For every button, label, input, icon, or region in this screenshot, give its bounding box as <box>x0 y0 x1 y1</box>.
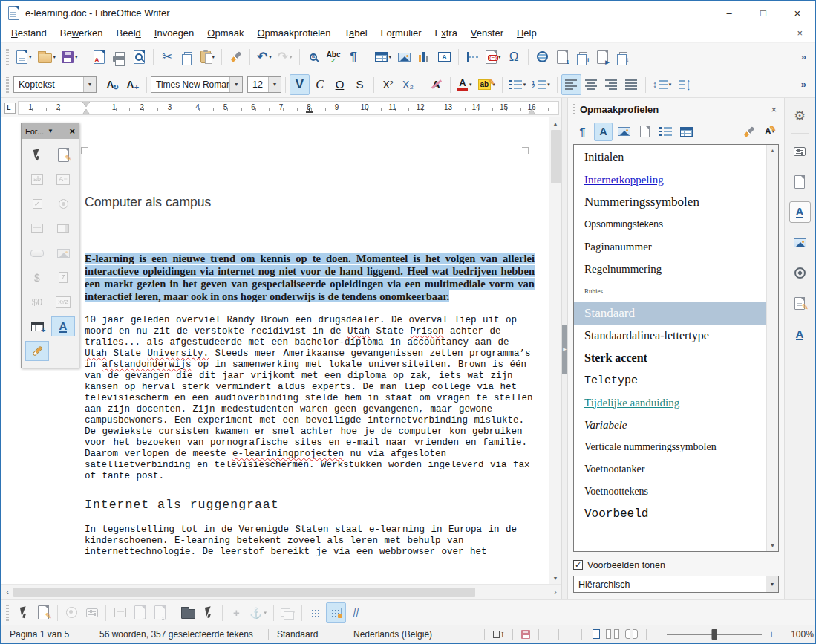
style-item-regelnummering[interactable]: Regelnummering <box>574 258 766 280</box>
print-button[interactable] <box>109 47 129 68</box>
menu-extra[interactable]: Extra <box>428 25 464 41</box>
style-item-voetnootanker[interactable]: Voetnootanker <box>574 458 766 481</box>
scroll-up-icon[interactable]: ▲ <box>549 117 561 129</box>
first-line-indent-marker[interactable] <box>82 102 90 107</box>
panel-grip[interactable] <box>573 104 575 114</box>
scroll-right-icon[interactable]: › <box>549 588 561 596</box>
justify-button[interactable] <box>621 74 642 95</box>
horizontal-ruler[interactable]: 2112345678910111213141516 <box>18 101 559 115</box>
fill-format-mode-button[interactable] <box>740 123 758 141</box>
menu-venster[interactable]: Venster <box>464 25 510 41</box>
form-formatted-field-button[interactable]: $ <box>25 267 49 287</box>
close-document-icon[interactable]: × <box>788 27 812 39</box>
insert-image-button[interactable] <box>394 47 414 68</box>
sidebar-tab-properties[interactable] <box>789 140 811 162</box>
dropdown-arrow[interactable]: ▾ <box>766 576 778 592</box>
splitter-handle[interactable]: ▶ <box>562 325 567 374</box>
style-item-teletype[interactable]: Teletype <box>574 369 766 391</box>
fd-position-size-button[interactable]: + <box>226 602 247 623</box>
menu-bewerken[interactable]: Bewerken <box>53 25 110 41</box>
fd-display-grid-button[interactable] <box>306 602 326 623</box>
style-item-variabele[interactable]: Variabele <box>574 414 766 436</box>
strikethrough-button[interactable]: S <box>350 74 370 95</box>
menu-beeld[interactable]: Beeld <box>110 25 148 41</box>
paragraph-spacing-button[interactable]: ↑↓ <box>674 74 694 95</box>
document-content[interactable]: Computer als campus E-learning is een ni… <box>85 117 535 558</box>
vertical-scrollbar[interactable]: ▲ ▼ <box>549 117 561 584</box>
vertical-scrollbar-thumb[interactable] <box>551 130 561 183</box>
style-item-voetnoottekens[interactable]: Voetnoottekens <box>574 481 766 503</box>
scroll-down-icon[interactable]: ▼ <box>770 543 775 548</box>
form-numeric-field-button[interactable]: 7 <box>51 267 75 287</box>
form-currency-field-button[interactable]: $0 <box>25 292 49 312</box>
page-style-status[interactable]: Standaard <box>269 625 345 643</box>
tab-stop-selector[interactable]: L <box>4 103 16 114</box>
highlight-color-button[interactable]: ab✎▾ <box>475 74 498 95</box>
fd-snap-to-grid-button[interactable] <box>326 602 346 623</box>
fd-form-navigator-button[interactable] <box>110 602 130 623</box>
zoom-in-icon[interactable]: + <box>768 628 774 640</box>
font-name-combobox[interactable]: Times New Roman▾ <box>151 76 243 93</box>
form-label-button[interactable]: A≡ <box>51 169 75 189</box>
find-replace-button[interactable]: a <box>304 47 324 68</box>
fd-helplines-button[interactable]: # <box>346 602 366 623</box>
underline-button[interactable]: O <box>330 74 350 95</box>
toolbar-grip[interactable] <box>6 49 9 65</box>
palette-menu-icon[interactable]: ▼ <box>48 128 53 134</box>
style-item-tijdelijke-aanduiding[interactable]: Tijdelijke aanduiding <box>574 391 766 414</box>
fd-auto-control-focus-button[interactable] <box>198 602 218 623</box>
style-item-paginanummer[interactable]: Paginanummer <box>574 235 766 258</box>
style-item-opsommingstekens[interactable]: Opsommingstekens <box>574 213 766 235</box>
styles-list-scrollbar[interactable]: ▲ ▼ <box>766 145 778 551</box>
sidebar-tab-styles[interactable]: A <box>789 201 811 223</box>
insert-chart-button[interactable] <box>414 47 434 68</box>
align-left-button[interactable] <box>561 74 581 95</box>
scroll-left-icon[interactable]: ‹ <box>1 588 13 596</box>
clone-formatting-button[interactable] <box>226 47 246 68</box>
bold-button[interactable]: V <box>290 74 310 95</box>
page-styles-button[interactable] <box>636 123 654 141</box>
style-item-sterk-accent[interactable]: Sterk accent <box>574 347 766 369</box>
document-viewport[interactable]: Computer als campus E-learning is een ni… <box>1 117 549 584</box>
menu-invoegen[interactable]: Invoegen <box>148 25 201 41</box>
insert-bookmark-button[interactable]: ▶ <box>593 47 613 68</box>
fd-open-in-design-mode-button[interactable] <box>178 602 198 623</box>
update-style-button[interactable]: A↻ <box>100 74 120 95</box>
fd-add-field-button[interactable]: → <box>130 602 150 623</box>
minimize-button[interactable]: – <box>712 1 746 24</box>
toolbar-overflow-button[interactable]: » <box>796 79 812 90</box>
save-button[interactable]: ▾ <box>59 47 81 68</box>
insert-table-button[interactable]: ▾ <box>372 47 395 68</box>
table-styles-button[interactable] <box>677 123 696 141</box>
zoom-slider-thumb[interactable] <box>712 629 717 640</box>
sidebar-tab-gallery[interactable] <box>789 232 811 253</box>
numbered-list-button[interactable]: 12▾ <box>529 74 553 95</box>
frame-styles-button[interactable] <box>615 123 633 141</box>
scroll-up-icon[interactable]: ▲ <box>770 148 775 153</box>
fd-select-button[interactable] <box>13 602 33 623</box>
form-design-mode-button[interactable]: ✎ <box>51 145 75 165</box>
scroll-down-icon[interactable]: ▼ <box>549 572 561 584</box>
style-item-initialen[interactable]: Initialen <box>574 146 766 169</box>
form-list-box-button[interactable] <box>25 218 49 238</box>
palette-title-bar[interactable]: For... ▼ × <box>22 123 79 139</box>
toolbar-grip[interactable] <box>6 77 9 93</box>
export-pdf-button[interactable]: A <box>89 47 109 68</box>
combobox-arrow[interactable]: ▾ <box>268 77 281 92</box>
signature-status[interactable] <box>539 625 558 643</box>
sidebar-tab-navigator[interactable] <box>789 262 811 284</box>
new-style-button[interactable]: A+ <box>120 74 140 95</box>
formatting-marks-button[interactable]: ¶ <box>344 47 364 68</box>
form-select-button[interactable] <box>25 145 49 165</box>
zoom-percentage[interactable]: 100% <box>783 625 816 643</box>
menu-opmaak[interactable]: Opmaak <box>200 25 250 41</box>
form-font-button[interactable]: A <box>51 316 75 336</box>
horizontal-scrollbar-thumb[interactable] <box>13 588 475 597</box>
insert-field-button[interactable]: (−)▾ <box>483 47 504 68</box>
copy-button[interactable] <box>177 47 198 68</box>
font-color-button[interactable]: A▾ <box>454 74 475 95</box>
new-style-from-selection-button[interactable]: A✎▾ <box>760 123 779 141</box>
document-modified-status[interactable] <box>513 625 538 643</box>
page-number-status[interactable]: Pagina 1 van 5 <box>1 625 91 643</box>
horizontal-scrollbar[interactable]: ‹ › <box>1 584 561 599</box>
